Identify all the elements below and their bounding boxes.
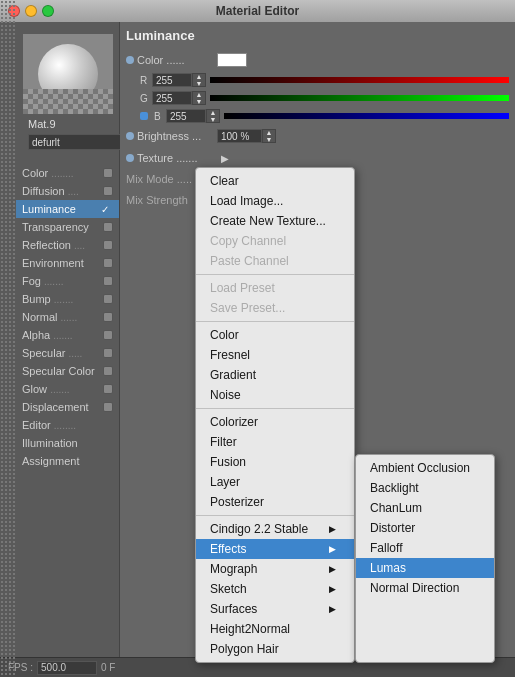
sep3: [196, 408, 354, 409]
brightness-input[interactable]: [217, 129, 262, 143]
texture-label: Texture .......: [137, 152, 217, 164]
sidebar-item-specular-color[interactable]: Specular Color: [16, 362, 119, 380]
context-menu-container: Clear Load Image... Create New Texture..…: [195, 167, 495, 663]
right-panel: Luminance Color ...... R ▲ ▼ G ▲ ▼: [120, 22, 515, 657]
effects-submenu: Ambient Occlusion Backlight ChanLum Dist…: [355, 454, 495, 663]
maximize-button[interactable]: [42, 5, 54, 17]
brightness-spinner[interactable]: ▲ ▼: [262, 129, 276, 143]
minimize-button[interactable]: [25, 5, 37, 17]
glow-checkbox[interactable]: [103, 384, 113, 394]
g-label: G: [140, 93, 152, 104]
submenu-lumas[interactable]: Lumas: [356, 558, 494, 578]
menu-item-fusion[interactable]: Fusion: [196, 452, 354, 472]
menu-item-load-image[interactable]: Load Image...: [196, 191, 354, 211]
fog-checkbox[interactable]: [103, 276, 113, 286]
menu-item-gradient[interactable]: Gradient: [196, 365, 354, 385]
texture-row: Texture ....... ▶: [126, 149, 509, 167]
color-row: Color ......: [126, 51, 509, 69]
fps-input[interactable]: [37, 661, 97, 675]
reflection-checkbox[interactable]: [103, 240, 113, 250]
g-channel-row: G ▲ ▼: [140, 90, 509, 106]
menu-item-posterizer[interactable]: Posterizer: [196, 492, 354, 512]
sidebar-item-color[interactable]: Color ........: [16, 164, 119, 182]
menu-item-cindigo[interactable]: Cindigo 2.2 Stable: [196, 519, 354, 539]
submenu-distorter[interactable]: Distorter: [356, 518, 494, 538]
mix-strength-label: Mix Strength: [126, 194, 188, 206]
brightness-dot: [126, 132, 134, 140]
g-bar: [210, 95, 509, 101]
submenu-normal-direction[interactable]: Normal Direction: [356, 578, 494, 598]
color-checkbox[interactable]: [103, 168, 113, 178]
menu-item-clear[interactable]: Clear: [196, 171, 354, 191]
menu-item-filter[interactable]: Filter: [196, 432, 354, 452]
brightness-label: Brightness ...: [137, 130, 217, 142]
menu-item-paste-channel[interactable]: Paste Channel: [196, 251, 354, 271]
r-input[interactable]: [152, 73, 192, 87]
color-dot: [126, 56, 134, 64]
sidebar-item-displacement[interactable]: Displacement: [16, 398, 119, 416]
menu-item-layer[interactable]: Layer: [196, 472, 354, 492]
r-spinner[interactable]: ▲ ▼: [192, 73, 206, 87]
submenu-ambient-occlusion[interactable]: Ambient Occlusion: [356, 458, 494, 478]
displacement-checkbox[interactable]: [103, 402, 113, 412]
menu-item-load-preset[interactable]: Load Preset: [196, 278, 354, 298]
mat-input-row: [24, 134, 111, 150]
sidebar-item-editor[interactable]: Editor ........: [16, 416, 119, 434]
b-input[interactable]: [166, 109, 206, 123]
normal-checkbox[interactable]: [103, 312, 113, 322]
main-content: Mat.9 Color ........ Diffusion ....: [0, 22, 515, 657]
sidebar-item-normal[interactable]: Normal ......: [16, 308, 119, 326]
menu-item-polygon-hair[interactable]: Polygon Hair: [196, 639, 354, 659]
menu-item-height2normal[interactable]: Height2Normal: [196, 619, 354, 639]
b-bar: [224, 113, 509, 119]
submenu-falloff[interactable]: Falloff: [356, 538, 494, 558]
menu-item-colorizer[interactable]: Colorizer: [196, 412, 354, 432]
transparency-checkbox[interactable]: [103, 222, 113, 232]
alpha-checkbox[interactable]: [103, 330, 113, 340]
specular-checkbox[interactable]: [103, 348, 113, 358]
specular-color-checkbox[interactable]: [103, 366, 113, 376]
color-label: Color ......: [137, 54, 217, 66]
checker-pattern: [23, 89, 113, 114]
color-swatch[interactable]: [217, 53, 247, 67]
panel-title: Luminance: [126, 28, 509, 43]
menu-item-mograph[interactable]: Mograph: [196, 559, 354, 579]
submenu-chanlum[interactable]: ChanLum: [356, 498, 494, 518]
b-label: B: [154, 111, 166, 122]
sidebar-item-reflection[interactable]: Reflection ....: [16, 236, 119, 254]
sidebar-item-glow[interactable]: Glow .......: [16, 380, 119, 398]
menu-item-sketch[interactable]: Sketch: [196, 579, 354, 599]
environment-checkbox[interactable]: [103, 258, 113, 268]
sidebar-item-environment[interactable]: Environment: [16, 254, 119, 272]
sidebar-item-bump[interactable]: Bump .......: [16, 290, 119, 308]
sidebar-item-assignment[interactable]: Assignment: [16, 452, 119, 470]
sidebar-item-specular[interactable]: Specular .....: [16, 344, 119, 362]
sidebar-item-alpha[interactable]: Alpha .......: [16, 326, 119, 344]
sidebar-item-illumination[interactable]: Illumination: [16, 434, 119, 452]
sidebar-item-diffusion[interactable]: Diffusion ....: [16, 182, 119, 200]
menu-item-create-texture[interactable]: Create New Texture...: [196, 211, 354, 231]
menu-item-noise[interactable]: Noise: [196, 385, 354, 405]
menu-item-color[interactable]: Color: [196, 325, 354, 345]
window-title: Material Editor: [216, 4, 299, 18]
b-spinner[interactable]: ▲ ▼: [206, 109, 220, 123]
r-bar: [210, 77, 509, 83]
menu-item-copy-channel[interactable]: Copy Channel: [196, 231, 354, 251]
mat-name-row: Mat.9: [24, 118, 111, 130]
texture-arrow-icon: ▶: [221, 153, 229, 164]
menu-item-surfaces[interactable]: Surfaces: [196, 599, 354, 619]
submenu-backlight[interactable]: Backlight: [356, 478, 494, 498]
g-input[interactable]: [152, 91, 192, 105]
r-channel-row: R ▲ ▼: [140, 72, 509, 88]
sidebar-item-transparency[interactable]: Transparency: [16, 218, 119, 236]
diffusion-checkbox[interactable]: [103, 186, 113, 196]
thumbnail-area: Mat.9: [16, 26, 119, 158]
sidebar-item-fog[interactable]: Fog .......: [16, 272, 119, 290]
menu-item-save-preset[interactable]: Save Preset...: [196, 298, 354, 318]
b-channel-row: B ▲ ▼: [140, 108, 509, 124]
bump-checkbox[interactable]: [103, 294, 113, 304]
g-spinner[interactable]: ▲ ▼: [192, 91, 206, 105]
sidebar-item-luminance[interactable]: Luminance ✓: [16, 200, 119, 218]
menu-item-fresnel[interactable]: Fresnel: [196, 345, 354, 365]
menu-item-effects[interactable]: Effects: [196, 539, 354, 559]
